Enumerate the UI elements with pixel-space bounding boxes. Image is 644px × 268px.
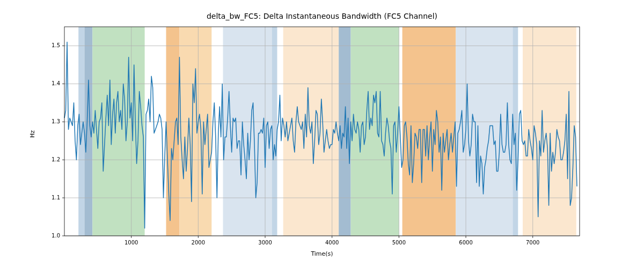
x-tick-label: 6000 — [459, 240, 472, 245]
y-tick-label: 1.5 — [52, 42, 60, 48]
background-band — [272, 27, 277, 236]
y-tick-label: 1.4 — [52, 80, 60, 86]
chart-container: delta_bw_FC5: Delta Instantaneous Bandwi… — [0, 0, 644, 268]
x-axis: 1000200030004000500060007000 — [125, 236, 540, 245]
x-tick-label: 4000 — [325, 240, 339, 245]
x-tick-label: 7000 — [526, 240, 539, 245]
background-band — [179, 27, 211, 236]
y-tick-label: 1.0 — [52, 233, 60, 239]
chart-svg: 10002000300040005000600070001.01.11.21.3… — [0, 0, 644, 268]
y-tick-label: 1.3 — [52, 118, 60, 124]
y-axis: 1.01.11.21.31.41.5 — [52, 42, 64, 239]
x-tick-label: 3000 — [258, 240, 272, 245]
background-band — [402, 27, 456, 236]
x-tick-label: 5000 — [392, 240, 406, 245]
y-tick-label: 1.2 — [52, 157, 60, 162]
x-tick-label: 1000 — [125, 240, 138, 245]
x-tick-label: 2000 — [192, 240, 205, 245]
background-band — [351, 27, 399, 236]
background-band — [78, 27, 84, 236]
background-band — [92, 27, 144, 236]
background-band — [456, 27, 513, 236]
y-tick-label: 1.1 — [52, 195, 60, 200]
